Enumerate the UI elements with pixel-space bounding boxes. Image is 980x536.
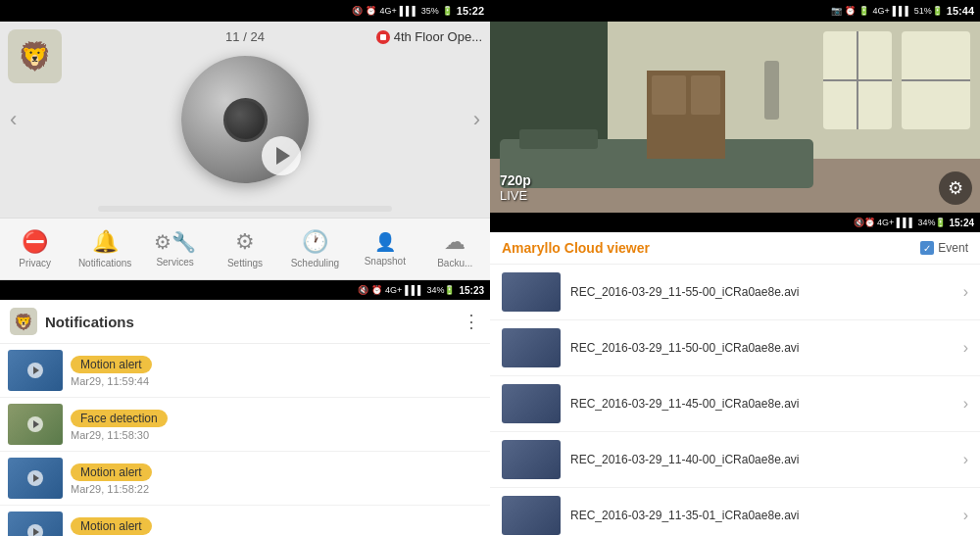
notif-item-0[interactable]: Motion alert Mar29, 11:59:44	[0, 344, 490, 398]
recording-item-2[interactable]: REC_2016-03-29_11-45-00_iCRa0ae8e.avi ›	[490, 376, 980, 432]
alarm-icon-right: ⏰	[845, 6, 856, 16]
rec-thumb-3	[502, 440, 561, 479]
signal-text: 4G+	[379, 6, 396, 16]
svg-rect-11	[652, 75, 686, 115]
snapshot-label: Snapshot	[365, 256, 406, 267]
notifications-icon: 🔔	[92, 229, 119, 255]
toolbar: ⛔ Privacy 🔔 Notifications ⚙🔧 Services ⚙ …	[0, 218, 490, 280]
wifi-icon: ▌▌▌	[400, 6, 418, 16]
toolbar-notifications[interactable]: 🔔 Notifications	[70, 229, 139, 268]
battery-icon-right: 🔋	[858, 6, 869, 16]
more-options-icon[interactable]: ⋮	[463, 311, 480, 332]
notif-item-2[interactable]: Motion alert Mar29, 11:58:22	[0, 452, 490, 506]
toolbar-backup[interactable]: ☁ Backu...	[420, 229, 490, 268]
notif-badge-0: Motion alert	[71, 356, 152, 373]
notif-time-2: Mar29, 11:58:22	[71, 483, 482, 495]
camera-viewer: 🦁 11 / 24 4th Floor Ope... ‹ ›	[0, 22, 490, 218]
notif-thumb-1	[8, 404, 63, 445]
rec-arrow-2: ›	[963, 395, 968, 413]
toolbar-privacy[interactable]: ⛔ Privacy	[0, 229, 70, 268]
camera-counter: 11 / 24	[225, 29, 265, 44]
camera-logo: 🦁	[8, 29, 62, 83]
rec-thumb-bg-0	[502, 272, 561, 312]
settings-icon: ⚙	[235, 229, 255, 255]
gear-icon: ⚙	[948, 177, 963, 199]
toolbar-services[interactable]: ⚙🔧 Services	[140, 230, 210, 268]
time-mid: 15:23	[459, 285, 484, 296]
camera-name: 4th Floor Ope...	[376, 29, 482, 44]
status-icons-left: 🔇 ⏰ 4G+ ▌▌▌ 35% 🔋	[352, 6, 452, 16]
notif-item-3[interactable]: Motion alert Mar29, 11:57:00	[0, 506, 490, 536]
rec-filename-4: REC_2016-03-29_11-35-01_iCRa0ae8e.avi	[570, 509, 954, 522]
notifications-logo: 🦁	[10, 308, 37, 335]
notif-time-1: Mar29, 11:58:30	[71, 429, 482, 441]
notif-badge-2: Motion alert	[71, 463, 152, 481]
recording-item-3[interactable]: REC_2016-03-29_11-40-00_iCRa0ae8e.avi ›	[490, 432, 980, 488]
notif-content-1: Face detection Mar29, 11:58:30	[71, 409, 482, 441]
recording-item-1[interactable]: REC_2016-03-29_11-50-00_iCRa0ae8e.avi ›	[490, 320, 980, 376]
event-checkbox	[920, 241, 934, 255]
notifications-panel: 🦁 Notifications ⋮ Motion alert Mar29, 11…	[0, 300, 490, 536]
status-icons-right: 📷 ⏰ 🔋 4G+ ▌▌▌ 51%🔋	[831, 6, 942, 16]
statusbar-mid: 🔇 ⏰ 4G+ ▌▌▌ 34%🔋 15:23	[0, 280, 490, 300]
notif-thumb-2	[8, 458, 63, 499]
thumb-play-3	[27, 524, 43, 536]
rec-thumb-bg-2	[502, 384, 561, 423]
event-filter-button[interactable]: Event	[920, 241, 968, 255]
live-badge: 720p LIVE	[500, 172, 531, 203]
thumb-play-1	[27, 416, 43, 432]
snapshot-icon: 👤	[374, 231, 396, 253]
rec-filename-0: REC_2016-03-29_11-55-00_iCRa0ae8e.avi	[570, 285, 954, 299]
svg-rect-13	[764, 61, 779, 120]
recordings-list: REC_2016-03-29_11-55-00_iCRa0ae8e.avi › …	[490, 265, 980, 536]
rec-thumb-bg-4	[502, 496, 561, 535]
notif-content-3: Motion alert Mar29, 11:57:00	[71, 516, 482, 537]
rec-thumb-4	[502, 496, 561, 535]
recording-item-4[interactable]: REC_2016-03-29_11-35-01_iCRa0ae8e.avi ›	[490, 488, 980, 536]
notifications-list: Motion alert Mar29, 11:59:44 Face detect…	[0, 344, 490, 536]
signal-right: 4G+	[872, 6, 889, 16]
rec-arrow-3: ›	[963, 451, 968, 468]
alarm-icon: ⏰	[366, 6, 376, 16]
live-feed-svg	[490, 22, 980, 213]
time-right: 15:44	[947, 5, 974, 17]
notif-thumb-3	[8, 512, 63, 536]
status-icons-right2: 🔇⏰ 4G+ ▌▌▌ 34%🔋	[854, 218, 947, 227]
thumb-play-0	[27, 363, 43, 378]
camera-lens	[223, 98, 268, 142]
statusbar-top-left: 🔇 ⏰ 4G+ ▌▌▌ 35% 🔋 15:22	[0, 0, 490, 22]
statusbar-top-right: 📷 ⏰ 🔋 4G+ ▌▌▌ 51%🔋 15:44	[490, 0, 980, 22]
scheduling-icon: 🕐	[302, 229, 328, 255]
mute-icon: 🔇	[352, 6, 363, 16]
live-settings-button[interactable]: ⚙	[939, 171, 972, 205]
camera-device-image	[181, 56, 309, 183]
status-icons-mid: 🔇 ⏰ 4G+ ▌▌▌ 34%🔋	[358, 285, 455, 295]
rec-filename-1: REC_2016-03-29_11-50-00_iCRa0ae8e.avi	[570, 341, 954, 355]
notif-badge-1: Face detection	[71, 410, 168, 427]
time-right2: 15:24	[949, 218, 974, 228]
notif-content-0: Motion alert Mar29, 11:59:44	[71, 355, 482, 387]
signal-mid: 4G+	[385, 285, 402, 295]
time-display-left: 15:22	[457, 5, 484, 17]
play-button[interactable]	[262, 136, 301, 175]
recording-item-0[interactable]: REC_2016-03-29_11-55-00_iCRa0ae8e.avi ›	[490, 265, 980, 320]
notifications-title: Notifications	[45, 314, 455, 330]
backup-label: Backu...	[437, 258, 472, 268]
backup-icon: ☁	[444, 229, 466, 255]
rec-thumb-bg-1	[502, 328, 561, 367]
camera-prev-button[interactable]: ‹	[0, 97, 26, 142]
toolbar-settings[interactable]: ⚙ Settings	[210, 229, 279, 268]
rec-arrow-4: ›	[963, 507, 968, 524]
left-panel: 🔇 ⏰ 4G+ ▌▌▌ 35% 🔋 15:22 🦁 11 / 24 4th Fl…	[0, 0, 490, 536]
toolbar-scheduling[interactable]: 🕐 Scheduling	[280, 229, 350, 268]
toolbar-snapshot[interactable]: 👤 Snapshot	[350, 231, 419, 267]
stop-icon	[376, 30, 390, 44]
battery-mid: 34%🔋	[426, 285, 455, 295]
battery-pct-right: 51%🔋	[914, 6, 943, 16]
camera-next-button[interactable]: ›	[464, 97, 490, 142]
wifi-mid: ▌▌▌	[405, 285, 423, 295]
scheduling-label: Scheduling	[291, 258, 339, 268]
notif-item-1[interactable]: Face detection Mar29, 11:58:30	[0, 398, 490, 452]
svg-rect-9	[519, 129, 598, 149]
battery-pct: 35%	[421, 6, 439, 16]
